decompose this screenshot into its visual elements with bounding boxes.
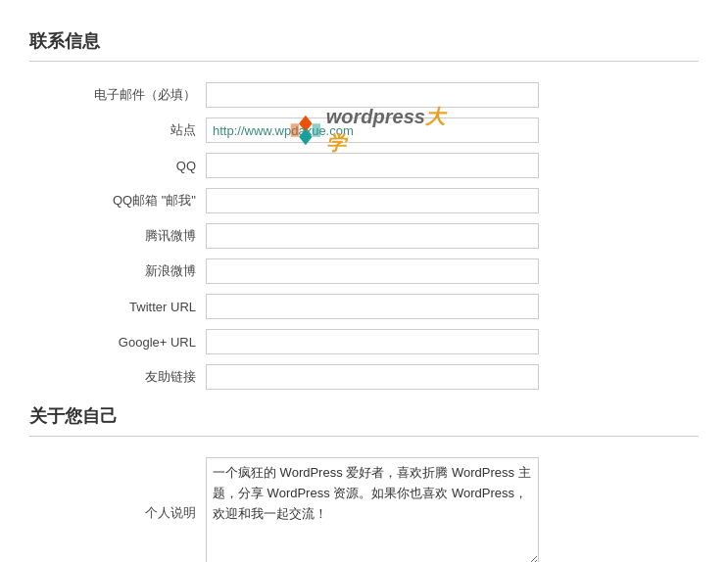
bio-label: 个人说明: [29, 452, 206, 562]
tencent-weibo-input[interactable]: [206, 223, 539, 249]
googleplus-url-field-cell: [206, 324, 699, 359]
sina-weibo-label: 新浪微博: [29, 254, 206, 289]
table-row: 友助链接: [29, 359, 699, 395]
qq-field-cell: [206, 148, 699, 183]
about-self-title: 关于您自己: [29, 404, 699, 437]
email-input[interactable]: [206, 82, 539, 108]
site-label: 站点: [29, 113, 206, 148]
email-label: 电子邮件（必填）: [29, 77, 206, 113]
bio-textarea[interactable]: 一个疯狂的 WordPress 爱好者，喜欢折腾 WordPress 主题，分享…: [206, 457, 539, 562]
table-row: QQ邮箱 "邮我": [29, 183, 699, 218]
sina-weibo-field-cell: [206, 254, 699, 289]
tencent-weibo-field-cell: [206, 218, 699, 254]
qqmail-field-cell: [206, 183, 699, 218]
friend-links-field-cell: [206, 359, 699, 395]
sina-weibo-input[interactable]: [206, 258, 539, 284]
table-row: 电子邮件（必填）: [29, 77, 699, 113]
contact-info-section: 联系信息 电子邮件（必填） 站点: [29, 29, 699, 395]
site-field-cell: wordpress大学: [206, 113, 699, 148]
about-form-table: 个人说明 一个疯狂的 WordPress 爱好者，喜欢折腾 WordPress …: [29, 452, 699, 562]
table-row: 站点: [29, 113, 699, 148]
page-container: 联系信息 电子邮件（必填） 站点: [29, 29, 699, 562]
qq-input[interactable]: [206, 153, 539, 178]
friend-links-input[interactable]: [206, 364, 539, 390]
table-row: 个人说明 一个疯狂的 WordPress 爱好者，喜欢折腾 WordPress …: [29, 452, 699, 562]
table-row: 新浪微博: [29, 254, 699, 289]
about-self-section: 关于您自己 个人说明 一个疯狂的 WordPress 爱好者，喜欢折腾 Word…: [29, 404, 699, 562]
table-row: Twitter URL: [29, 289, 699, 324]
twitter-url-label: Twitter URL: [29, 289, 206, 324]
friend-links-label: 友助链接: [29, 359, 206, 395]
twitter-url-input[interactable]: [206, 294, 539, 319]
email-field-cell: [206, 77, 699, 113]
twitter-url-field-cell: [206, 289, 699, 324]
table-row: 腾讯微博: [29, 218, 699, 254]
table-row: Google+ URL: [29, 324, 699, 359]
table-row: QQ: [29, 148, 699, 183]
googleplus-url-input[interactable]: [206, 329, 539, 354]
qqmail-input[interactable]: [206, 188, 539, 213]
contact-form-table: 电子邮件（必填） 站点: [29, 77, 699, 395]
contact-info-title: 联系信息: [29, 29, 699, 62]
site-input[interactable]: [206, 117, 539, 143]
qqmail-label: QQ邮箱 "邮我": [29, 183, 206, 218]
bio-field-cell: 一个疯狂的 WordPress 爱好者，喜欢折腾 WordPress 主题，分享…: [206, 452, 699, 562]
qq-label: QQ: [29, 148, 206, 183]
googleplus-url-label: Google+ URL: [29, 324, 206, 359]
tencent-weibo-label: 腾讯微博: [29, 218, 206, 254]
